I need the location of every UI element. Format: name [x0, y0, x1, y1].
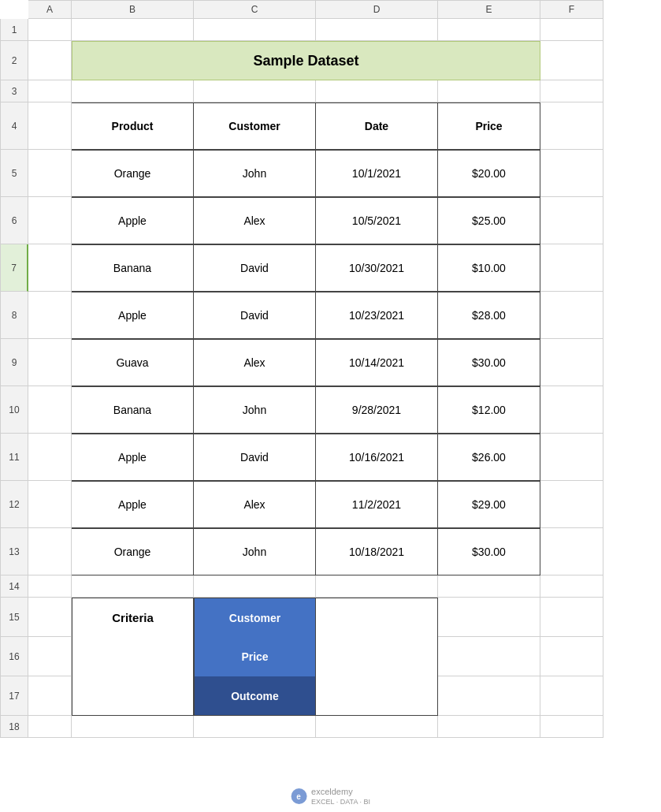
- cell-b18[interactable]: [72, 716, 194, 738]
- cell-b1[interactable]: [72, 19, 194, 41]
- cell-c3[interactable]: [194, 80, 316, 102]
- cell-e10[interactable]: $12.00: [438, 386, 540, 434]
- cell-e1[interactable]: [438, 19, 540, 41]
- criteria-price-value[interactable]: [316, 637, 438, 676]
- cell-d5[interactable]: 10/1/2021: [316, 150, 438, 197]
- cell-e9[interactable]: $30.00: [438, 339, 540, 386]
- cell-c12[interactable]: Alex: [194, 481, 316, 528]
- cell-c11[interactable]: David: [194, 434, 316, 481]
- header-date: Date: [316, 102, 438, 150]
- outcome-value[interactable]: [316, 676, 438, 716]
- cell-a3[interactable]: [28, 80, 72, 102]
- cell-f9[interactable]: [540, 339, 603, 386]
- cell-d9[interactable]: 10/14/2021: [316, 339, 438, 386]
- cell-c9[interactable]: Alex: [194, 339, 316, 386]
- cell-c14[interactable]: [194, 575, 316, 598]
- cell-f7[interactable]: [540, 244, 603, 292]
- cell-d13[interactable]: 10/18/2021: [316, 528, 438, 575]
- cell-e16[interactable]: [438, 637, 540, 676]
- cell-b8[interactable]: Apple: [72, 292, 194, 339]
- cell-f4[interactable]: [540, 102, 603, 150]
- cell-a15[interactable]: [28, 598, 72, 637]
- spreadsheet: A B C D E F 1 2 Sample Dataset 3 4 Produ…: [0, 0, 661, 812]
- column-headers: A B C D E F: [28, 0, 661, 19]
- cell-a14[interactable]: [28, 575, 72, 598]
- cell-e7[interactable]: $10.00: [438, 244, 540, 292]
- cell-b14[interactable]: [72, 575, 194, 598]
- cell-b6[interactable]: Apple: [72, 197, 194, 244]
- cell-f14[interactable]: [540, 575, 603, 598]
- cell-d1[interactable]: [316, 19, 438, 41]
- cell-e8[interactable]: $28.00: [438, 292, 540, 339]
- col-header-c: C: [194, 0, 316, 19]
- cell-a12[interactable]: [28, 481, 72, 528]
- cell-a17[interactable]: [28, 676, 72, 716]
- cell-a18[interactable]: [28, 716, 72, 738]
- cell-d10[interactable]: 9/28/2021: [316, 386, 438, 434]
- cell-c13[interactable]: John: [194, 528, 316, 575]
- cell-f3[interactable]: [540, 80, 603, 102]
- cell-e12[interactable]: $29.00: [438, 481, 540, 528]
- cell-f2[interactable]: [540, 41, 603, 80]
- cell-c8[interactable]: David: [194, 292, 316, 339]
- cell-a13[interactable]: [28, 528, 72, 575]
- cell-a7[interactable]: [28, 244, 72, 292]
- cell-f15[interactable]: [540, 598, 603, 637]
- cell-f1[interactable]: [540, 19, 603, 41]
- header-customer: Customer: [194, 102, 316, 150]
- cell-b11[interactable]: Apple: [72, 434, 194, 481]
- cell-f16[interactable]: [540, 637, 603, 676]
- row-num-13: 13: [0, 528, 28, 575]
- cell-f13[interactable]: [540, 528, 603, 575]
- cell-f10[interactable]: [540, 386, 603, 434]
- cell-a8[interactable]: [28, 292, 72, 339]
- cell-c1[interactable]: [194, 19, 316, 41]
- cell-b12[interactable]: Apple: [72, 481, 194, 528]
- cell-d7[interactable]: 10/30/2021: [316, 244, 438, 292]
- cell-f11[interactable]: [540, 434, 603, 481]
- cell-a9[interactable]: [28, 339, 72, 386]
- cell-f17[interactable]: [540, 676, 603, 716]
- cell-a4[interactable]: [28, 102, 72, 150]
- cell-b9[interactable]: Guava: [72, 339, 194, 386]
- cell-e11[interactable]: $26.00: [438, 434, 540, 481]
- cell-b3[interactable]: [72, 80, 194, 102]
- cell-b10[interactable]: Banana: [72, 386, 194, 434]
- cell-d8[interactable]: 10/23/2021: [316, 292, 438, 339]
- cell-a1[interactable]: [28, 19, 72, 41]
- cell-c7[interactable]: David: [194, 244, 316, 292]
- cell-e13[interactable]: $30.00: [438, 528, 540, 575]
- cell-a5[interactable]: [28, 150, 72, 197]
- cell-b5[interactable]: Orange: [72, 150, 194, 197]
- cell-c5[interactable]: John: [194, 150, 316, 197]
- cell-a6[interactable]: [28, 197, 72, 244]
- cell-d14[interactable]: [316, 575, 438, 598]
- cell-f5[interactable]: [540, 150, 603, 197]
- cell-a16[interactable]: [28, 637, 72, 676]
- cell-a10[interactable]: [28, 386, 72, 434]
- cell-e17[interactable]: [438, 676, 540, 716]
- cell-a2[interactable]: [28, 41, 72, 80]
- cell-c6[interactable]: Alex: [194, 197, 316, 244]
- cell-d12[interactable]: 11/2/2021: [316, 481, 438, 528]
- cell-c10[interactable]: John: [194, 386, 316, 434]
- cell-f18[interactable]: [540, 716, 603, 738]
- cell-e6[interactable]: $25.00: [438, 197, 540, 244]
- cell-c18[interactable]: [194, 716, 316, 738]
- cell-d3[interactable]: [316, 80, 438, 102]
- cell-b13[interactable]: Orange: [72, 528, 194, 575]
- cell-d6[interactable]: 10/5/2021: [316, 197, 438, 244]
- cell-f8[interactable]: [540, 292, 603, 339]
- cell-e18[interactable]: [438, 716, 540, 738]
- cell-a11[interactable]: [28, 434, 72, 481]
- cell-d18[interactable]: [316, 716, 438, 738]
- cell-e15[interactable]: [438, 598, 540, 637]
- cell-f6[interactable]: [540, 197, 603, 244]
- cell-e3[interactable]: [438, 80, 540, 102]
- cell-b7[interactable]: Banana: [72, 244, 194, 292]
- cell-e5[interactable]: $20.00: [438, 150, 540, 197]
- cell-e14[interactable]: [438, 575, 540, 598]
- cell-d11[interactable]: 10/16/2021: [316, 434, 438, 481]
- criteria-customer-value[interactable]: [316, 598, 438, 637]
- cell-f12[interactable]: [540, 481, 603, 528]
